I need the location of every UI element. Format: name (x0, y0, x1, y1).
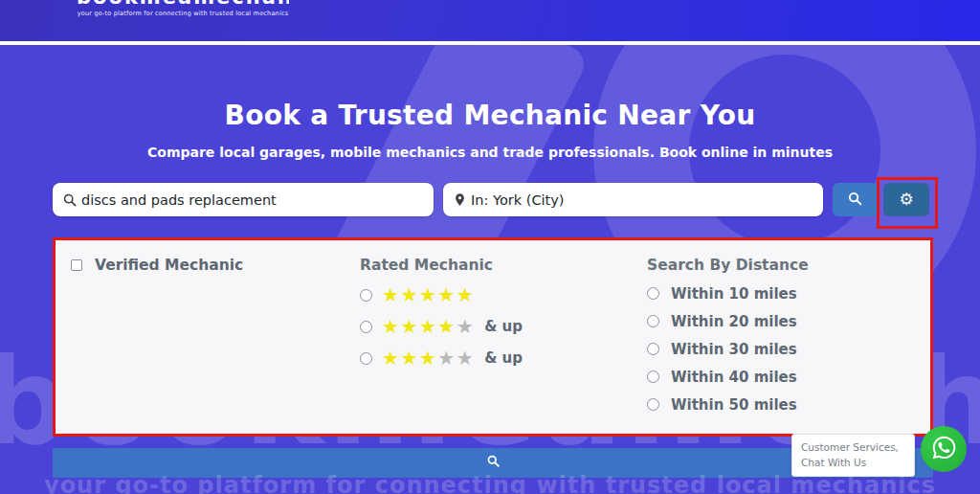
star-filled-icon: ★ (419, 347, 437, 370)
rated-option-4-stars[interactable]: ★★★★★& up (360, 316, 523, 337)
radio-button[interactable] (647, 370, 659, 383)
distance-option-30-miles[interactable]: Within 30 miles (647, 341, 809, 357)
rated-option-5-stars[interactable]: ★★★★★ (360, 284, 523, 305)
star-filled-icon: ★ (400, 315, 418, 338)
distance-option-label: Within 30 miles (671, 341, 797, 358)
service-search-input[interactable]: discs and pads replacement (53, 183, 434, 216)
verified-mechanic-filter[interactable]: Verified Mechanic (71, 257, 243, 274)
advanced-filters-panel: Verified Mechanic Rated Mechanic ★★★★★★★… (53, 237, 933, 437)
star-filled-icon: ★ (382, 283, 400, 306)
and-up-label: & up (484, 318, 523, 335)
distance-option-label: Within 10 miles (671, 285, 797, 303)
star-rating: ★★★★★ (382, 317, 475, 336)
distance-option-40-miles[interactable]: Within 40 miles (647, 369, 809, 385)
search-button[interactable] (833, 183, 878, 216)
gear-icon: ⚙ (899, 191, 913, 208)
radio-button[interactable] (360, 321, 372, 333)
star-filled-icon: ★ (437, 315, 456, 338)
location-pin-icon (453, 192, 467, 207)
logo-tagline: your go-to platform for connecting with … (77, 10, 289, 17)
location-search-value: In: York (City) (471, 192, 564, 208)
verified-mechanic-label: Verified Mechanic (95, 257, 243, 274)
whatsapp-chat-button[interactable] (921, 426, 967, 472)
radio-button[interactable] (647, 343, 659, 355)
advanced-search-settings-button[interactable]: ⚙ (883, 183, 929, 216)
search-icon (62, 192, 78, 208)
star-filled-icon: ★ (382, 347, 400, 370)
radio-button[interactable] (360, 352, 372, 365)
radio-button[interactable] (647, 315, 659, 327)
rated-options: ★★★★★★★★★★& up★★★★★& up (360, 284, 523, 369)
location-search-input[interactable]: In: York (City) (443, 183, 823, 216)
search-icon (486, 454, 501, 472)
star-filled-icon: ★ (382, 315, 400, 338)
star-empty-icon: ★ (457, 347, 475, 370)
rated-mechanic-filter-group: Rated Mechanic ★★★★★★★★★★& up★★★★★& up (360, 257, 523, 369)
distance-filter-group: Search By Distance Within 10 milesWithin… (647, 257, 809, 413)
radio-button[interactable] (647, 287, 659, 300)
site-logo[interactable]: bookmeamechanic your go-to platform for … (77, 0, 289, 17)
distance-option-10-miles[interactable]: Within 10 miles (647, 285, 809, 302)
star-filled-icon: ★ (419, 283, 437, 306)
and-up-label: & up (484, 349, 523, 367)
radio-button[interactable] (647, 398, 659, 411)
page-subtitle: Compare local garages, mobile mechanics … (0, 145, 980, 160)
star-rating: ★★★★★ (382, 348, 475, 368)
logo-text-cropped: bookmeamechanic (77, 0, 289, 8)
page: bookmeamechanic your go-to platform for … (0, 0, 980, 494)
star-rating: ★★★★★ (382, 285, 475, 304)
header-divider (0, 41, 980, 45)
distance-filter-title: Search By Distance (647, 257, 809, 274)
star-filled-icon: ★ (437, 283, 456, 306)
site-header: bookmeamechanic your go-to platform for … (0, 0, 980, 41)
radio-button[interactable] (360, 289, 372, 302)
star-filled-icon: ★ (457, 283, 475, 306)
star-empty-icon: ★ (437, 347, 456, 370)
star-filled-icon: ★ (400, 283, 418, 306)
whatsapp-icon (931, 435, 957, 463)
page-title: Book a Trusted Mechanic Near You (0, 100, 980, 131)
service-search-value: discs and pads replacement (81, 192, 277, 208)
rated-option-3-stars[interactable]: ★★★★★& up (360, 348, 523, 369)
star-empty-icon: ★ (457, 315, 475, 338)
distance-option-label: Within 20 miles (671, 313, 797, 330)
distance-options: Within 10 milesWithin 20 milesWithin 30 … (647, 285, 809, 413)
distance-option-50-miles[interactable]: Within 50 miles (647, 396, 809, 413)
distance-option-label: Within 40 miles (671, 369, 797, 386)
distance-option-label: Within 50 miles (671, 396, 797, 414)
chat-tooltip: Customer Services, Chat With Us (791, 434, 915, 477)
hero-section: bookmeamechanic Book a Trusted Mechanic … (0, 45, 980, 494)
star-filled-icon: ★ (419, 315, 437, 338)
rated-mechanic-title: Rated Mechanic (360, 257, 523, 274)
distance-option-20-miles[interactable]: Within 20 miles (647, 313, 809, 329)
search-icon (847, 191, 863, 210)
star-filled-icon: ★ (400, 347, 418, 370)
verified-mechanic-checkbox[interactable] (71, 259, 82, 271)
